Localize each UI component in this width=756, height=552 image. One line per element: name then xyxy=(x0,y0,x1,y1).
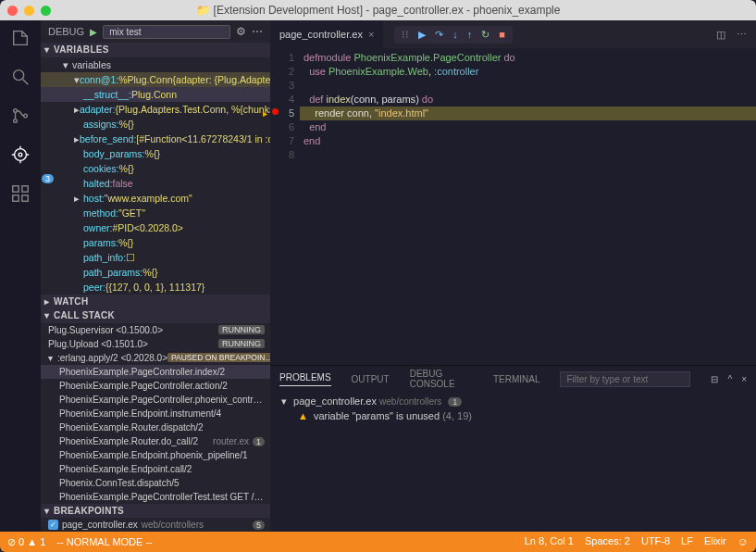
problems-list: ▾ page_controller.ex web/controllers 1 ▲… xyxy=(270,392,756,425)
svg-point-0 xyxy=(14,70,24,81)
source-control-icon[interactable] xyxy=(10,106,31,128)
svg-rect-7 xyxy=(22,186,28,192)
watch-section-header[interactable]: ▸WATCH xyxy=(41,295,270,308)
breakpoint-row[interactable]: ✓ page_controller.ex web/controllers 5 xyxy=(41,518,270,532)
tab-output[interactable]: OUTPUT xyxy=(352,374,390,384)
svg-point-4 xyxy=(15,149,27,161)
status-encoding[interactable]: UTF-8 xyxy=(641,535,670,548)
breakpoints-section-header[interactable]: ▾BREAKPOINTS xyxy=(41,504,270,518)
svg-point-2 xyxy=(14,119,18,123)
problem-item[interactable]: ▲variable "params" is unused (4, 19) xyxy=(281,410,745,421)
variables-scope[interactable]: ▾variables xyxy=(41,57,270,72)
editor-tabs: page_controller.ex × ⁝⁝ ▶ ↷ ↓ ↑ ↻ ■ ◫ ⋯ xyxy=(270,20,756,48)
variable-row[interactable]: __struct__: Plug.Conn xyxy=(41,87,270,102)
split-editor-icon[interactable]: ◫ xyxy=(716,29,725,41)
variable-row[interactable]: cookies: %{} xyxy=(41,161,270,176)
stack-frame-row[interactable]: PhoenixExample.Router.dispatch/2 xyxy=(41,420,270,434)
variable-row[interactable]: peer: {{127, 0, 0, 1}, 111317} xyxy=(41,280,270,295)
feedback-icon[interactable]: ☺ xyxy=(737,535,749,548)
variable-row[interactable]: path_info: ☐ xyxy=(41,250,270,265)
variable-row[interactable]: halted: false xyxy=(41,176,270,191)
variable-row[interactable]: path_params: %{} xyxy=(41,265,270,280)
svg-point-1 xyxy=(14,109,18,113)
close-tab-icon[interactable]: × xyxy=(368,29,374,40)
stack-frame-row[interactable]: Phoenix.ConnTest.dispatch/5 xyxy=(41,476,270,490)
line-gutter: 12345678 xyxy=(270,48,304,365)
variable-row[interactable]: ▸adapter: {Plug.Adapters.Test.Conn, %{ch… xyxy=(41,102,270,117)
thread-row[interactable]: Plug.Upload <0.1501.0>RUNNING xyxy=(41,337,270,351)
stack-frame-row[interactable]: PhoenixExample.PageControllerTest.test G… xyxy=(41,490,270,504)
problem-file-row[interactable]: ▾ page_controller.ex web/controllers 1 xyxy=(281,395,745,408)
stop-button[interactable]: ■ xyxy=(499,29,505,40)
debug-icon[interactable] xyxy=(10,144,31,167)
status-eol[interactable]: LF xyxy=(681,535,693,548)
status-indentation[interactable]: Spaces: 2 xyxy=(585,535,630,548)
stack-frame-row[interactable]: PhoenixExample.PageController.index/2 xyxy=(41,365,270,379)
variables-section-header[interactable]: ▾VARIABLES xyxy=(41,43,270,56)
debug-more-icon[interactable]: ⋯ xyxy=(252,25,263,38)
drag-handle-icon[interactable]: ⁝⁝ xyxy=(402,29,409,41)
window-title: 📁[Extension Development Host] - page_con… xyxy=(0,4,756,17)
step-into-button[interactable]: ↓ xyxy=(452,29,458,40)
continue-button[interactable]: ▶ xyxy=(418,29,426,41)
stack-frame-row[interactable]: PhoenixExample.PageController.action/2 xyxy=(41,379,270,393)
variable-row[interactable]: owner: #PID<0.2028.0> xyxy=(41,220,270,235)
stack-frame-row[interactable]: PhoenixExample.Endpoint.instrument/4 xyxy=(41,407,270,420)
search-icon[interactable] xyxy=(10,67,31,89)
status-errors-warnings[interactable]: ⊘ 0 ▲ 1 xyxy=(7,536,45,548)
tab-label: page_controller.ex xyxy=(279,29,363,40)
variable-row[interactable]: method: "GET" xyxy=(41,206,270,220)
editor-tab[interactable]: page_controller.ex × xyxy=(270,20,383,48)
more-actions-icon[interactable]: ⋯ xyxy=(737,29,747,41)
code-editor[interactable]: ▸ 12345678 defmodule PhoenixExample.Page… xyxy=(270,48,756,365)
code-lines[interactable]: defmodule PhoenixExample.PageController … xyxy=(304,48,756,365)
tab-debug-console[interactable]: DEBUG CONSOLE xyxy=(410,369,473,389)
editor-area: page_controller.ex × ⁝⁝ ▶ ↷ ↓ ↑ ↻ ■ ◫ ⋯ … xyxy=(270,20,756,532)
tab-terminal[interactable]: TERMINAL xyxy=(493,374,540,384)
maximize-panel-icon[interactable]: ^ xyxy=(727,374,732,384)
paused-thread-row[interactable]: ▾:erlang.apply/2 <0.2028.0>PAUSED ON BRE… xyxy=(41,351,270,365)
step-over-button[interactable]: ↷ xyxy=(435,29,443,41)
debug-toolbar: ⁝⁝ ▶ ↷ ↓ ↑ ↻ ■ xyxy=(394,26,513,44)
variable-row[interactable]: ▸before_send: [#Function<11.67278243/1 i… xyxy=(41,132,270,146)
activity-bar: 3 xyxy=(0,20,41,532)
start-debug-button[interactable]: ▶ xyxy=(90,27,97,37)
collapse-all-icon[interactable]: ⊟ xyxy=(711,374,718,384)
variable-row[interactable]: ▸host: "www.example.com" xyxy=(41,191,270,206)
variable-row[interactable]: assigns: %{} xyxy=(41,117,270,132)
breakpoint-checkbox[interactable]: ✓ xyxy=(48,520,58,530)
window-titlebar: 📁[Extension Development Host] - page_con… xyxy=(0,0,756,20)
step-out-button[interactable]: ↑ xyxy=(467,29,473,40)
svg-rect-8 xyxy=(13,195,19,201)
explorer-icon[interactable] xyxy=(10,28,31,50)
svg-point-3 xyxy=(24,114,28,118)
svg-rect-6 xyxy=(13,186,19,192)
bottom-panel: PROBLEMS OUTPUT DEBUG CONSOLE TERMINAL ⊟… xyxy=(270,365,756,532)
problems-filter-input[interactable] xyxy=(560,371,690,387)
stack-frame-row[interactable]: PhoenixExample.Router.do_call/2router.ex… xyxy=(41,434,270,448)
breakpoint-dot-icon[interactable] xyxy=(272,108,279,115)
debug-sidebar: DEBUG ▶ mix test ⚙ ⋯ ▾VARIABLES ▾variabl… xyxy=(41,20,270,532)
status-cursor-position[interactable]: Ln 8, Col 1 xyxy=(525,535,574,548)
svg-point-5 xyxy=(19,153,22,157)
execution-pointer-icon: ▸ xyxy=(263,107,267,120)
debug-settings-icon[interactable]: ⚙ xyxy=(236,25,246,38)
extensions-icon[interactable]: 3 xyxy=(10,183,31,206)
status-bar: ⊘ 0 ▲ 1 -- NORMAL MODE -- Ln 8, Col 1 Sp… xyxy=(0,532,756,552)
debug-config-select[interactable]: mix test xyxy=(103,25,230,39)
stack-frame-row[interactable]: PhoenixExample.Endpoint.call/2 xyxy=(41,462,270,476)
status-language[interactable]: Elixir xyxy=(704,535,726,548)
callstack-tree: Plug.Supervisor <0.1500.0>RUNNINGPlug.Up… xyxy=(41,323,270,504)
variable-row[interactable]: body_params: %{} xyxy=(41,146,270,161)
stack-frame-row[interactable]: PhoenixExample.Endpoint.phoenix_pipeline… xyxy=(41,448,270,462)
variable-row[interactable]: ▾conn@1: %Plug.Conn{adapter: {Plug.Adapt… xyxy=(41,72,270,87)
thread-row[interactable]: Plug.Supervisor <0.1500.0>RUNNING xyxy=(41,323,270,337)
callstack-section-header[interactable]: ▾CALL STACK xyxy=(41,308,270,322)
variables-tree: ▾variables ▾conn@1: %Plug.Conn{adapter: … xyxy=(41,57,270,295)
restart-button[interactable]: ↻ xyxy=(481,29,490,41)
stack-frame-row[interactable]: PhoenixExample.PageController.phoenix_co… xyxy=(41,393,270,407)
tab-problems[interactable]: PROBLEMS xyxy=(279,372,331,386)
close-panel-icon[interactable]: × xyxy=(741,374,747,384)
extensions-badge: 3 xyxy=(42,174,54,183)
variable-row[interactable]: params: %{} xyxy=(41,235,270,250)
